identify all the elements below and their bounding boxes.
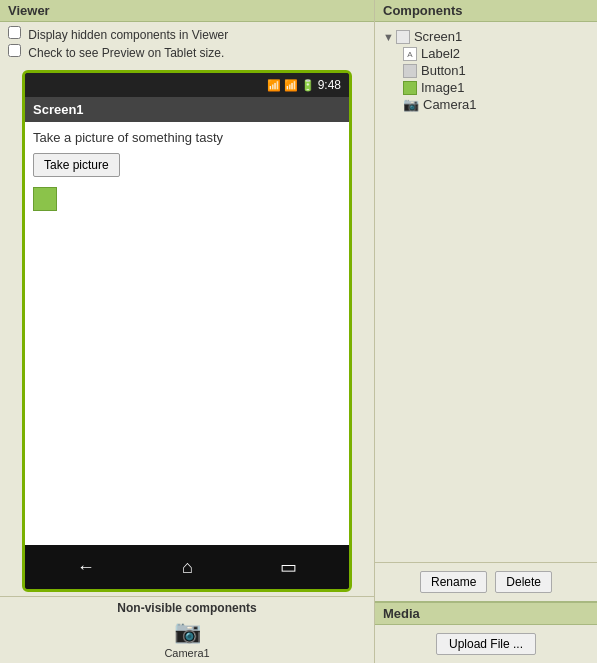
- take-picture-button[interactable]: Take picture: [33, 153, 120, 177]
- tree-children: A Label2 Button1 Image1 📷 Camera1: [383, 45, 589, 113]
- components-section: Components ▼ Screen1 A Label2 Butto: [375, 0, 597, 601]
- viewer-title: Viewer: [0, 0, 374, 22]
- phone-status-bar: 📶 📶 🔋 9:48: [25, 73, 349, 97]
- phone-frame: 📶 📶 🔋 9:48 Screen1 Take a picture of som…: [22, 70, 352, 592]
- component-buttons: Rename Delete: [375, 562, 597, 601]
- rename-button[interactable]: Rename: [420, 571, 487, 593]
- media-title: Media: [375, 603, 597, 625]
- tree-label-camera1: Camera1: [423, 97, 476, 112]
- media-content: Upload File ...: [375, 625, 597, 663]
- wifi-icon: 📶: [267, 79, 281, 92]
- phone-container: 📶 📶 🔋 9:48 Screen1 Take a picture of som…: [0, 66, 374, 596]
- nav-back-icon[interactable]: ←: [77, 557, 95, 578]
- status-time: 9:48: [318, 78, 341, 92]
- screen-text-label: Take a picture of something tasty: [33, 130, 341, 145]
- tree-label-button1: Button1: [421, 63, 466, 78]
- phone-screen-title: Screen1: [33, 102, 84, 117]
- tree-item-button1[interactable]: Button1: [403, 62, 589, 79]
- tree-item-camera1[interactable]: 📷 Camera1: [403, 96, 589, 113]
- delete-button[interactable]: Delete: [495, 571, 552, 593]
- right-panel: Components ▼ Screen1 A Label2 Butto: [375, 0, 597, 663]
- phone-nav-bar: ← ⌂ ▭: [25, 545, 349, 589]
- option2-label[interactable]: Check to see Preview on Tablet size.: [8, 44, 366, 62]
- tree-item-image1[interactable]: Image1: [403, 79, 589, 96]
- media-section: Media Upload File ...: [375, 601, 597, 663]
- components-title: Components: [375, 0, 597, 22]
- upload-file-button[interactable]: Upload File ...: [436, 633, 536, 655]
- camera1-icon: 📷: [403, 97, 419, 112]
- option1-checkbox[interactable]: [8, 26, 21, 39]
- status-icons: 📶 📶 🔋 9:48: [267, 78, 341, 92]
- non-visible-camera-label: Camera1: [164, 647, 209, 659]
- option1-label[interactable]: Display hidden components in Viewer: [8, 26, 366, 44]
- button1-icon: [403, 64, 417, 78]
- tree-item-label2[interactable]: A Label2: [403, 45, 589, 62]
- signal-icon: 📶: [284, 79, 298, 92]
- tree-item-screen1[interactable]: ▼ Screen1: [383, 28, 589, 45]
- image1-icon: [403, 81, 417, 95]
- non-visible-title: Non-visible components: [8, 601, 366, 615]
- option2-checkbox[interactable]: [8, 44, 21, 57]
- phone-screen: Take a picture of something tasty Take p…: [25, 122, 349, 545]
- screen1-icon: [396, 30, 410, 44]
- screen-image-placeholder: [33, 187, 57, 211]
- battery-icon: 🔋: [301, 79, 315, 92]
- nav-home-icon[interactable]: ⌂: [182, 557, 193, 578]
- viewer-panel: Viewer Display hidden components in View…: [0, 0, 375, 663]
- component-tree: ▼ Screen1 A Label2 Button1: [375, 22, 597, 562]
- label2-icon: A: [403, 47, 417, 61]
- nav-recent-icon[interactable]: ▭: [280, 556, 297, 578]
- tree-label-image1: Image1: [421, 80, 464, 95]
- non-visible-camera-icon: 📷: [174, 619, 201, 645]
- non-visible-camera-item: 📷 Camera1: [8, 619, 366, 659]
- tree-label-screen1: Screen1: [414, 29, 462, 44]
- phone-title-bar: Screen1: [25, 97, 349, 122]
- non-visible-section: Non-visible components 📷 Camera1: [0, 596, 374, 663]
- tree-label-label2: Label2: [421, 46, 460, 61]
- tree-toggle-screen1[interactable]: ▼: [383, 31, 394, 43]
- viewer-options: Display hidden components in Viewer Chec…: [0, 22, 374, 66]
